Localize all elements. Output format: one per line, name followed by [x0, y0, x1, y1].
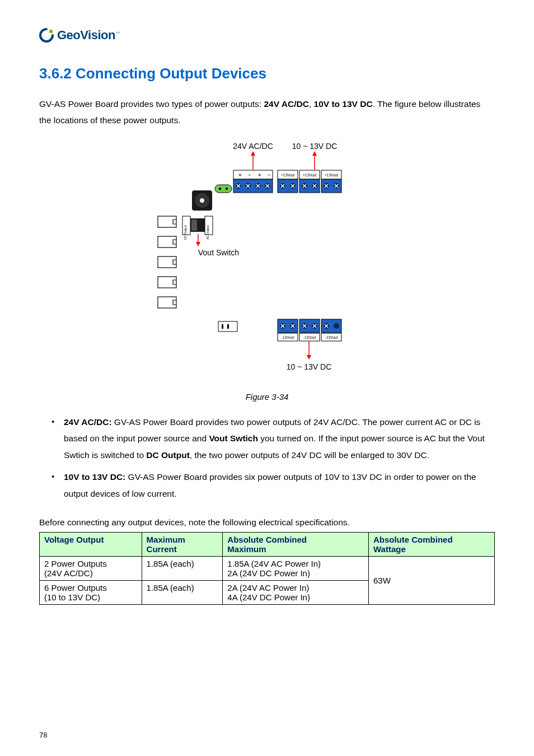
svg-rect-68 [158, 236, 176, 248]
svg-text:+13Vout: +13Vout [281, 173, 294, 177]
th-maxcur: MaximumCurrent [142, 532, 223, 556]
svg-rect-67 [158, 216, 176, 227]
figure-caption: Figure 3-34 [39, 392, 495, 402]
svg-point-53 [219, 188, 222, 190]
svg-text:AC Output: AC Output [206, 225, 209, 240]
svg-marker-101 [307, 355, 311, 360]
svg-rect-69 [158, 256, 176, 268]
electrical-spec-table: Voltage Output MaximumCurrent Absolute C… [39, 532, 495, 605]
svg-marker-6 [312, 151, 317, 156]
svg-rect-61 [191, 220, 197, 231]
th-watt: Absolute CombinedWattage [368, 532, 494, 556]
section-heading: 3.6.2 Connecting Output Devices [39, 65, 495, 82]
logo: GeoVision™ [39, 28, 495, 43]
svg-rect-74 [227, 324, 229, 329]
svg-point-57 [200, 198, 204, 203]
logo-text: GeoVision™ [57, 28, 119, 43]
svg-point-0 [49, 30, 53, 33]
svg-rect-71 [158, 297, 176, 308]
svg-point-54 [226, 188, 228, 190]
svg-text:−: − [268, 172, 271, 178]
svg-text:-13Vout: -13Vout [325, 335, 338, 339]
table-intro: Before connecting any output devices, no… [39, 514, 495, 530]
svg-point-83 [334, 323, 339, 329]
svg-text:10 ~ 13V DC: 10 ~ 13V DC [292, 142, 338, 151]
svg-text:−: − [248, 172, 251, 178]
svg-text:+13Vout: +13Vout [303, 173, 316, 177]
figure-diagram: 24V AC/DC 10 ~ 13V DC + − + − +13Vout +1… [39, 141, 495, 384]
bullet-list: 24V AC/DC: GV-AS Power Board provides tw… [39, 414, 495, 502]
svg-text:24V AC/DC: 24V AC/DC [233, 142, 273, 151]
svg-text:+13Vout: +13Vout [325, 173, 338, 177]
svg-text:Vout Switch: Vout Switch [198, 248, 239, 257]
th-absmax: Absolute CombinedMaximum [223, 532, 369, 556]
svg-rect-73 [222, 324, 223, 329]
table-row: 2 Power Outputs(24V AC/DC) 1.85A (each) … [40, 556, 495, 580]
th-voltage: Voltage Output [40, 532, 142, 556]
svg-marker-4 [251, 151, 255, 156]
svg-text:DC Output: DC Output [184, 225, 187, 239]
list-item: 24V AC/DC: GV-AS Power Board provides tw… [51, 414, 495, 463]
svg-text:10 ~ 13V DC: 10 ~ 13V DC [287, 362, 332, 371]
svg-rect-52 [215, 185, 232, 193]
svg-text:-13Vout: -13Vout [282, 335, 294, 339]
svg-text:+: + [258, 172, 261, 178]
page-number: 78 [39, 731, 47, 739]
svg-rect-70 [158, 277, 176, 288]
logo-icon [39, 28, 54, 43]
svg-text:-13Vout: -13Vout [303, 335, 316, 339]
intro-paragraph: GV-AS Power Board provides two types of … [39, 96, 495, 129]
list-item: 10V to 13V DC: GV-AS Power Board provide… [51, 469, 495, 502]
svg-text:+: + [238, 172, 242, 178]
svg-marker-65 [196, 242, 200, 246]
